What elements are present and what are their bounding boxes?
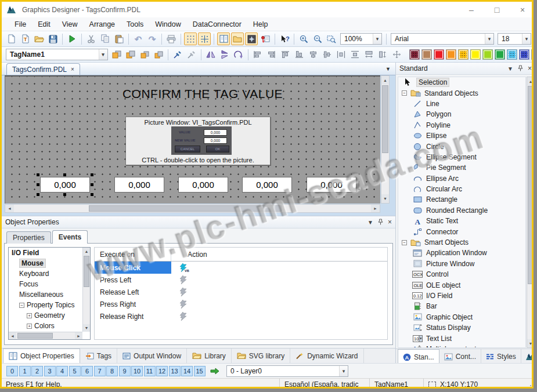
font-size-combo[interactable]: 18 ▾ [498, 33, 531, 45]
new-text-button[interactable]: T [19, 32, 31, 45]
space-vertical-button[interactable] [349, 48, 362, 61]
canvas-title-text[interactable]: CONFIRM THE TAG VALUE [92, 87, 313, 101]
event-action-cell[interactable]: VB [171, 263, 224, 273]
palette-tab-proc[interactable]: Proc... [521, 349, 534, 364]
dynamic-wizard-button[interactable] [245, 32, 258, 45]
layer-button-14[interactable]: 14 [181, 366, 193, 376]
palette-item-selection[interactable]: Selection [398, 77, 525, 88]
palette-item-polyline[interactable]: Polyline [398, 120, 525, 130]
tree-horizontal-scrollbar[interactable]: ◄ ► [9, 332, 82, 339]
tree-expander-icon[interactable]: − [19, 303, 24, 308]
event-action-cell[interactable] [171, 312, 224, 321]
palette-item-application-window[interactable]: Application Window [398, 248, 525, 258]
palette-item-i-o-field[interactable]: 0.12I/O Field [398, 291, 525, 301]
open-button[interactable] [33, 32, 45, 45]
run-button[interactable] [66, 32, 78, 45]
zoom-level-combo[interactable]: 100% ▾ [340, 33, 382, 45]
palette-item-ellipse[interactable]: Ellipse [398, 130, 525, 141]
panel-tab-dynamic-wizard[interactable]: Dynamic Wizard [290, 349, 363, 363]
palette-item-rectangle[interactable]: Rectangle [398, 194, 525, 205]
chevron-down-icon[interactable]: ▾ [522, 34, 531, 44]
scroll-up-icon[interactable]: ▲ [381, 76, 389, 85]
palette-item-status-display[interactable]: Status Display [398, 322, 525, 333]
io-field-object[interactable]: 0,000 [114, 177, 164, 193]
scroll-down-icon[interactable]: ▼ [83, 324, 90, 332]
panel-tab-output-window[interactable]: Output Window [117, 349, 187, 363]
send-to-back-button[interactable] [124, 48, 137, 61]
panel-menu-chevron-icon[interactable]: ▼ [367, 219, 373, 226]
palette-item-control[interactable]: OCXControl [398, 269, 525, 280]
selection-handle[interactable] [91, 173, 93, 176]
selection-handle[interactable] [91, 193, 93, 196]
pin-icon[interactable] [518, 65, 523, 72]
event-name[interactable]: Mouse Click [95, 262, 171, 274]
panel-tab-svg-library[interactable]: SVG library [232, 349, 290, 363]
layer-button-6[interactable]: 6 [81, 366, 93, 376]
event-action-cell[interactable] [171, 300, 224, 308]
io-field-object-selected[interactable]: 0,000 [40, 177, 90, 193]
palette-tab-styles[interactable]: Styles [481, 349, 521, 364]
pick-properties-button[interactable] [171, 48, 184, 61]
color-swatch[interactable] [482, 49, 493, 60]
selection-handle[interactable] [37, 173, 39, 176]
io-field-object[interactable]: 0,000 [242, 177, 292, 193]
palette-item-multiple-row-text[interactable]: AMultiple row text [398, 344, 525, 348]
redo-button[interactable]: ↷ [146, 32, 158, 45]
event-row-press-right[interactable]: Press Right [95, 298, 387, 310]
go-to-layer-icon[interactable] [210, 367, 220, 375]
picture-window-object[interactable]: Picture Window: VI_TagsConfirm.PDL VALUE… [125, 117, 271, 165]
event-row-mouse-click[interactable]: Mouse ClickVB [95, 262, 387, 274]
snap-button[interactable] [198, 32, 211, 45]
menu-item-arrange[interactable]: Arrange [84, 19, 121, 30]
zoom-in-button[interactable] [297, 32, 310, 45]
help-button[interactable]: ? [278, 32, 291, 45]
color-swatch[interactable] [519, 49, 529, 60]
font-name-combo[interactable]: Arial ▾ [391, 33, 494, 45]
event-action-cell[interactable] [171, 288, 224, 296]
close-button[interactable]: × [510, 5, 534, 14]
color-swatch[interactable] [470, 49, 481, 60]
document-tab-close-icon[interactable]: × [71, 66, 74, 72]
properties-tree-item-colors[interactable]: +Colors [9, 321, 90, 331]
event-name[interactable]: Release Right [95, 310, 171, 322]
panel-close-icon[interactable]: × [528, 64, 532, 72]
io-field-object[interactable]: 0,000 [178, 177, 228, 193]
align-top-button[interactable] [279, 48, 292, 61]
scroll-down-icon[interactable]: ▼ [527, 339, 534, 347]
scroll-left-icon[interactable]: ◄ [5, 205, 14, 212]
canvas-horizontal-scrollbar[interactable]: ◄ ► [5, 204, 380, 213]
color-swatch[interactable] [409, 49, 420, 60]
palette-item-line[interactable]: Line [398, 99, 525, 109]
palette-tab-stan[interactable]: AStan... [398, 349, 439, 364]
selection-handle[interactable] [63, 193, 66, 196]
chevron-down-icon[interactable]: ▾ [99, 49, 107, 60]
color-swatch[interactable] [434, 49, 444, 60]
same-height-button[interactable] [377, 48, 390, 61]
paste-button[interactable] [113, 32, 125, 45]
event-name[interactable]: Release Left [95, 286, 171, 298]
tag-name-combo[interactable]: TagName1 ▾ [6, 49, 108, 60]
layer-button-5[interactable]: 5 [69, 366, 81, 376]
event-row-release-left[interactable]: Release Left [95, 286, 387, 298]
layer-button-9[interactable]: 9 [119, 366, 131, 376]
tree-expander-icon[interactable]: − [402, 240, 407, 245]
color-swatch[interactable] [421, 49, 432, 60]
grid-button[interactable] [184, 32, 197, 45]
layer-button-8[interactable]: 8 [106, 366, 118, 376]
tab-properties[interactable]: Properties [6, 231, 51, 244]
scroll-left-icon[interactable]: ◄ [9, 332, 16, 339]
selection-handle[interactable] [63, 173, 66, 176]
document-tab[interactable]: TagsConfirm.PDL × [6, 63, 80, 75]
chevron-down-icon[interactable]: ▾ [373, 34, 381, 44]
color-swatch[interactable] [495, 49, 505, 60]
align-right-button[interactable] [265, 48, 278, 61]
properties-tree-item-geometry[interactable]: +Geometry [9, 310, 90, 321]
color-swatch[interactable] [531, 49, 534, 60]
layer-button-12[interactable]: 12 [156, 366, 168, 376]
properties-tree-item-miscellaneous[interactable]: Miscellaneous [9, 289, 90, 300]
color-swatch[interactable] [507, 49, 517, 60]
copy-button[interactable] [99, 32, 111, 45]
event-name[interactable]: Press Left [95, 274, 171, 286]
menu-item-dataconnector[interactable]: DataConnector [187, 19, 247, 30]
scroll-up-icon[interactable]: ▲ [527, 77, 534, 85]
